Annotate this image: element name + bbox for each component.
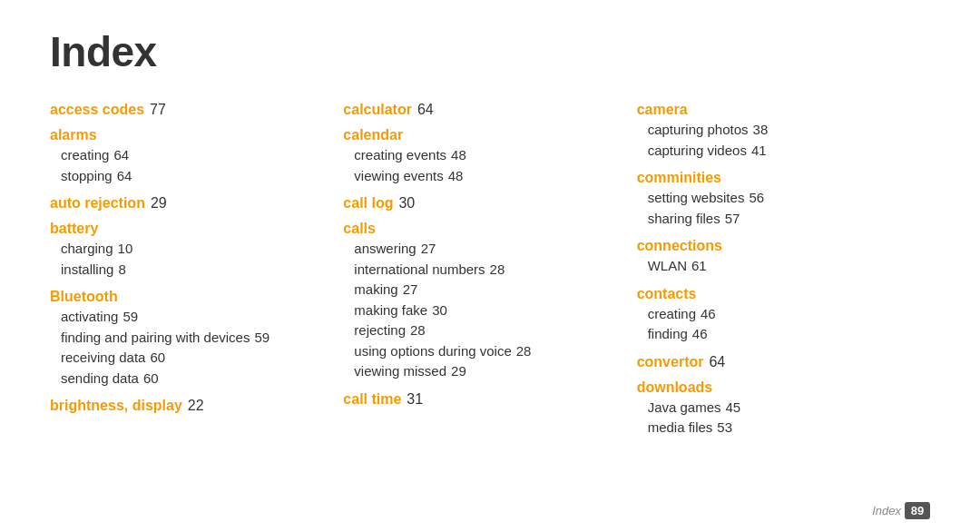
sub-item-page: 53: [717, 419, 732, 435]
sub-item: using options during voice28: [354, 341, 618, 362]
sub-item-page: 64: [117, 168, 132, 183]
index-entry: auto rejection29: [50, 195, 325, 212]
sub-item: receiving data60: [61, 348, 325, 369]
entry-heading: contacts: [637, 286, 912, 302]
sub-items: WLAN61: [637, 256, 912, 277]
sub-item: creating events48: [354, 145, 618, 166]
sub-item-page: 61: [691, 258, 707, 273]
footer-page: 89: [905, 502, 930, 519]
sub-item-page: 46: [692, 326, 708, 341]
sub-item: creating64: [61, 145, 325, 166]
sub-item: WLAN61: [648, 256, 912, 277]
sub-items: activating59finding and pairing with dev…: [50, 307, 325, 389]
index-entry: convertor64: [637, 354, 912, 370]
sub-item: rejecting28: [354, 320, 618, 341]
sub-item: activating59: [61, 307, 325, 328]
footer: Index 89: [872, 502, 930, 519]
entry-heading: call time31: [343, 391, 618, 408]
entry-heading: auto rejection29: [50, 195, 325, 212]
entry-heading: downloads: [637, 379, 912, 396]
sub-item-page: 46: [701, 306, 716, 321]
column-1: access codes77alarmscreating64stopping64…: [50, 102, 343, 448]
column-2: calculator64calendarcreating events48vie…: [343, 102, 636, 448]
sub-items: setting websites56sharing files57: [637, 188, 912, 229]
footer-label: Index: [872, 504, 901, 517]
sub-item: creating46: [648, 304, 912, 325]
entry-heading: camera: [637, 102, 912, 118]
sub-items: creating46finding46: [637, 304, 912, 345]
sub-item: sharing files57: [648, 209, 912, 230]
entry-page-num: 31: [407, 391, 423, 407]
entry-page-num: 30: [398, 195, 415, 211]
sub-items: creating events48viewing events48: [343, 145, 618, 186]
sub-item: media files53: [648, 418, 912, 438]
sub-item-page: 38: [753, 122, 769, 137]
sub-item: setting websites56: [648, 188, 912, 209]
page: Index access codes77alarmscreating64stop…: [0, 0, 980, 532]
sub-item: capturing videos41: [648, 141, 912, 162]
sub-items: capturing photos38capturing videos41: [637, 120, 912, 161]
sub-item-page: 59: [122, 309, 138, 324]
entry-heading: calculator64: [343, 102, 618, 118]
index-entry: downloadsJava games45media files53: [637, 379, 912, 438]
sub-item: making27: [354, 280, 618, 300]
index-entry: brightness, display22: [50, 398, 325, 414]
index-entry: cameracapturing photos38capturing videos…: [637, 102, 912, 161]
entry-page-num: 29: [151, 195, 167, 211]
entry-heading: calendar: [343, 127, 618, 143]
sub-item-page: 45: [726, 399, 741, 415]
index-entry: call time31: [343, 391, 618, 408]
entry-heading: connections: [637, 238, 912, 254]
sub-item-page: 60: [143, 370, 159, 386]
sub-item: Java games45: [648, 398, 912, 419]
sub-item-page: 10: [118, 241, 133, 256]
sub-item: answering27: [354, 239, 618, 260]
sub-item-page: 27: [421, 241, 436, 256]
page-title: Index: [50, 27, 930, 76]
entry-heading: convertor64: [637, 354, 912, 370]
index-entry: contactscreating46finding46: [637, 286, 912, 345]
sub-items: answering27international numbers28making…: [343, 239, 618, 382]
sub-item: making fake30: [354, 300, 618, 321]
column-3: cameracapturing photos38capturing videos…: [637, 102, 930, 448]
index-entry: Bluetoothactivating59finding and pairing…: [50, 289, 325, 389]
entry-page-num: 64: [709, 354, 725, 369]
entry-heading: comminities: [637, 170, 912, 186]
index-entry: connectionsWLAN61: [637, 238, 912, 277]
sub-item-page: 28: [410, 322, 426, 338]
entry-heading: battery: [50, 221, 325, 237]
sub-item-page: 64: [113, 147, 129, 163]
sub-item: capturing photos38: [648, 120, 912, 141]
sub-item-page: 41: [751, 143, 767, 158]
sub-item-page: 48: [448, 168, 464, 183]
sub-item-page: 60: [150, 350, 165, 365]
entry-heading: Bluetooth: [50, 289, 325, 305]
sub-item: international numbers28: [354, 260, 618, 281]
entry-heading: calls: [343, 221, 618, 237]
sub-item-page: 28: [516, 343, 532, 359]
sub-item: sending data60: [61, 369, 325, 389]
index-columns: access codes77alarmscreating64stopping64…: [50, 102, 930, 448]
index-entry: alarmscreating64stopping64: [50, 127, 325, 186]
sub-item-page: 29: [451, 363, 466, 379]
sub-item-page: 28: [490, 261, 505, 277]
sub-item-page: 56: [749, 190, 764, 205]
sub-items: Java games45media files53: [637, 398, 912, 438]
sub-items: creating64stopping64: [50, 145, 325, 186]
entry-page-num: 22: [188, 398, 204, 413]
entry-heading: alarms: [50, 127, 325, 143]
sub-item: finding and pairing with devices59: [61, 328, 325, 349]
index-entry: callsanswering27international numbers28m…: [343, 221, 618, 382]
sub-item: finding46: [648, 324, 912, 345]
sub-item-page: 30: [432, 302, 447, 318]
sub-item-page: 8: [118, 261, 125, 277]
entry-page-num: 77: [150, 102, 166, 117]
index-entry: calendarcreating events48viewing events4…: [343, 127, 618, 186]
sub-item: viewing missed29: [354, 361, 618, 382]
sub-item-page: 27: [403, 281, 418, 297]
sub-item: charging10: [61, 239, 325, 260]
sub-item-page: 57: [725, 211, 740, 226]
entry-heading: call log30: [343, 195, 618, 212]
entry-heading: brightness, display22: [50, 398, 325, 414]
sub-item: installing8: [61, 260, 325, 281]
